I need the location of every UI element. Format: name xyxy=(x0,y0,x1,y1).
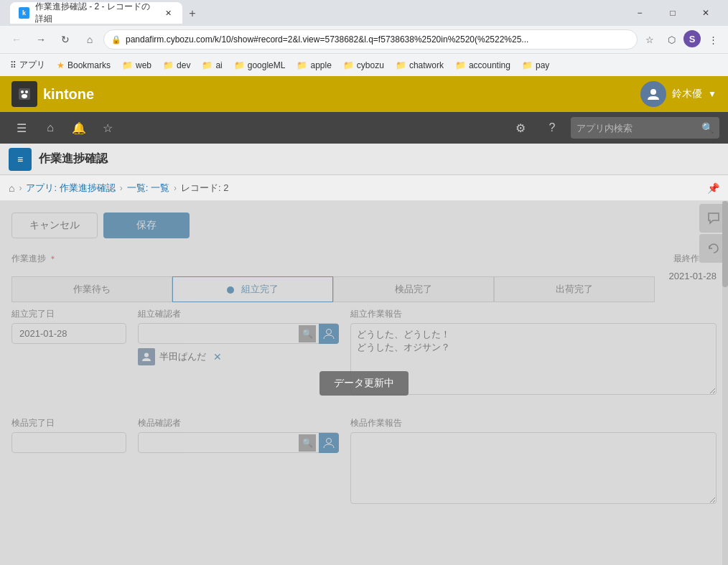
svg-point-1 xyxy=(21,90,24,93)
bookmark-star-button[interactable]: ☆ xyxy=(640,30,659,49)
loading-text: データ更新中 xyxy=(319,371,409,396)
tab-close-button[interactable]: ✕ xyxy=(163,7,174,19)
address-text: pandafirm.cybozu.com/k/10/show#record=2&… xyxy=(126,34,630,45)
bc-sep-3: › xyxy=(174,183,177,193)
search-input[interactable] xyxy=(577,123,697,134)
user-silhouette-icon xyxy=(647,88,660,101)
bookmark-ai[interactable]: 📁 ai xyxy=(197,58,226,73)
address-right-icons: ☆ ⬡ S ⋮ xyxy=(640,30,722,49)
address-bar: ← → ↻ ⌂ 🔒 pandafirm.cybozu.com/k/10/show… xyxy=(0,26,728,53)
folder-icon-web: 📁 xyxy=(122,60,133,70)
apps-label: アプリ xyxy=(19,59,45,71)
bookmark-chatwork[interactable]: 📁 chatwork xyxy=(391,58,448,73)
svg-point-4 xyxy=(650,89,656,95)
bm-web-label: web xyxy=(136,60,151,70)
search-box[interactable]: 🔍 xyxy=(571,117,719,139)
bm-pay-label: pay xyxy=(536,60,549,70)
active-tab[interactable]: k 作業進捗確認 - 2 - レコードの詳細 ✕ xyxy=(10,2,182,24)
bm-dev-label: dev xyxy=(177,60,190,70)
breadcrumb-list-link[interactable]: 一覧: 一覧 xyxy=(127,182,169,195)
reload-button[interactable]: ↻ xyxy=(55,29,76,50)
address-input-wrap[interactable]: 🔒 pandafirm.cybozu.com/k/10/show#record=… xyxy=(103,29,638,50)
app-title-bar: ≡ 作業進捗確認 xyxy=(0,144,728,175)
kintone-logo-icon xyxy=(11,81,37,107)
bm-chatwork-label: chatwork xyxy=(409,60,444,70)
kintone-nav: ☰ ⌂ 🔔 ☆ ⚙ ? 🔍 xyxy=(0,112,728,144)
breadcrumb-record: レコード: 2 xyxy=(181,182,228,195)
bm-googleml-label: googleML xyxy=(248,60,286,70)
bc-sep-1: › xyxy=(19,183,22,193)
profile-button[interactable]: S xyxy=(683,30,701,47)
maximize-button[interactable]: □ xyxy=(656,3,689,23)
breadcrumb-app-link[interactable]: アプリ: 作業進捗確認 xyxy=(26,182,115,195)
tab-favicon: k xyxy=(19,7,29,19)
close-button[interactable]: ✕ xyxy=(689,3,722,23)
bookmarks-bar: ⠿ アプリ ★ Bookmarks 📁 web 📁 dev 📁 ai 📁 goo… xyxy=(0,53,728,76)
browser-title-bar: k 作業進捗確認 - 2 - レコードの詳細 ✕ + − □ ✕ xyxy=(0,0,728,26)
tab-title: 作業進捗確認 - 2 - レコードの詳細 xyxy=(35,1,157,25)
app-area: kintone 鈴木優 ▼ ☰ ⌂ 🔔 ☆ ⚙ ? 🔍 xyxy=(0,76,728,565)
apps-button[interactable]: ⠿ アプリ xyxy=(6,57,50,73)
folder-icon-pay: 📁 xyxy=(522,60,533,70)
folder-icon-dev: 📁 xyxy=(163,60,174,70)
favorites-button[interactable]: ☆ xyxy=(95,115,121,141)
bookmarks-manager[interactable]: ★ Bookmarks xyxy=(52,58,115,73)
app-menu-button[interactable]: ≡ xyxy=(9,148,32,171)
extensions-button[interactable]: ⬡ xyxy=(662,30,681,49)
user-menu-chevron[interactable]: ▼ xyxy=(708,89,717,99)
menu-toggle-button[interactable]: ☰ xyxy=(9,115,34,141)
folder-icon-accounting: 📁 xyxy=(455,60,466,70)
bookmark-cybozu[interactable]: 📁 cybozu xyxy=(339,58,388,73)
back-button[interactable]: ← xyxy=(6,29,27,50)
home-button[interactable]: ⌂ xyxy=(79,29,101,50)
kintone-nav-right: ⚙ ? 🔍 xyxy=(508,115,719,141)
bookmark-googleml[interactable]: 📁 googleML xyxy=(230,58,290,73)
bookmark-dev[interactable]: 📁 dev xyxy=(159,58,195,73)
bookmark-web[interactable]: 📁 web xyxy=(118,58,156,73)
kintone-header: kintone 鈴木優 ▼ xyxy=(0,76,728,112)
app-title: 作業進捗確認 xyxy=(39,151,108,167)
kintone-logo-text: kintone xyxy=(43,86,94,103)
settings-button[interactable]: ⚙ xyxy=(508,115,533,141)
new-tab-button[interactable]: + xyxy=(182,4,202,24)
bm-cybozu-label: cybozu xyxy=(357,60,384,70)
bookmark-accounting[interactable]: 📁 accounting xyxy=(451,58,515,73)
kintone-nav-left: ☰ ⌂ 🔔 ☆ xyxy=(9,115,121,141)
kintone-paw-icon xyxy=(17,87,32,101)
folder-icon-chatwork: 📁 xyxy=(396,60,406,70)
loading-overlay: データ更新中 xyxy=(0,201,728,565)
bookmarks-label: Bookmarks xyxy=(67,60,111,70)
folder-icon-apple: 📁 xyxy=(297,60,307,70)
folder-icon-ai: 📁 xyxy=(202,60,213,70)
minimize-button[interactable]: − xyxy=(623,3,656,23)
folder-icon-cybozu: 📁 xyxy=(343,60,354,70)
help-button[interactable]: ? xyxy=(539,115,565,141)
svg-point-3 xyxy=(22,94,27,98)
menu-button[interactable]: ⋮ xyxy=(704,30,722,49)
breadcrumb-bar: ⌂ › アプリ: 作業進捗確認 › 一覧: 一覧 › レコード: 2 📌 xyxy=(0,175,728,201)
svg-point-2 xyxy=(25,90,28,93)
bm-ai-label: ai xyxy=(215,60,222,70)
bc-sep-2: › xyxy=(120,183,123,193)
bookmark-apple[interactable]: 📁 apple xyxy=(292,58,335,73)
apps-grid-icon: ⠿ xyxy=(10,60,17,70)
tab-bar: k 作業進捗確認 - 2 - レコードの詳細 ✕ + xyxy=(10,2,619,24)
search-icon[interactable]: 🔍 xyxy=(701,122,714,134)
folder-icon-googleml: 📁 xyxy=(234,60,245,70)
breadcrumb-home-icon[interactable]: ⌂ xyxy=(9,182,14,194)
notifications-button[interactable]: 🔔 xyxy=(66,115,92,141)
bm-apple-label: apple xyxy=(310,60,331,70)
bm-accounting-label: accounting xyxy=(469,60,510,70)
home-nav-button[interactable]: ⌂ xyxy=(37,115,63,141)
kintone-user-area: 鈴木優 ▼ xyxy=(640,81,717,107)
user-avatar xyxy=(640,81,666,107)
bookmark-pay[interactable]: 📁 pay xyxy=(518,58,554,73)
bookmarks-star-icon: ★ xyxy=(57,60,65,70)
kintone-logo: kintone xyxy=(11,81,94,107)
user-name: 鈴木優 xyxy=(672,88,702,101)
forward-button[interactable]: → xyxy=(30,29,52,50)
pin-icon[interactable]: 📌 xyxy=(707,182,719,194)
lock-icon: 🔒 xyxy=(111,35,121,45)
